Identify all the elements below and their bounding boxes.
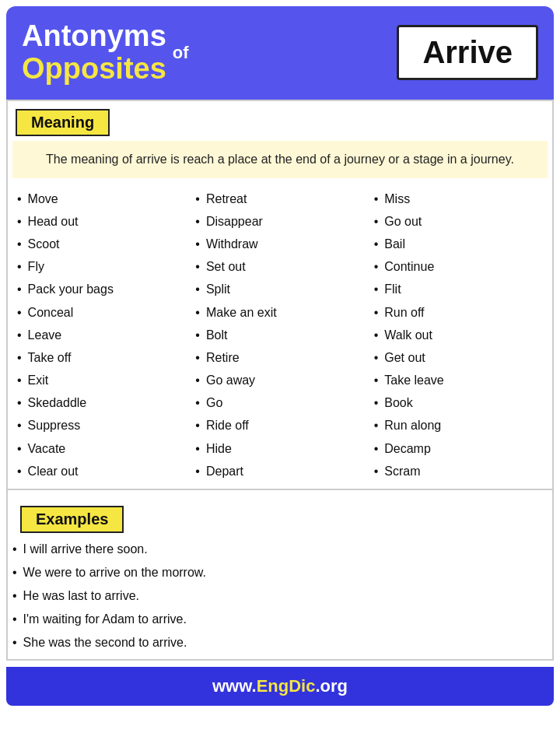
bullet-icon: •: [17, 190, 22, 208]
bullet-icon: •: [195, 190, 200, 208]
examples-list: •I will arrive there soon.•We were to ar…: [12, 538, 548, 654]
word-text: Set out: [206, 258, 246, 275]
meaning-section: Meaning The meaning of arrive is reach a…: [8, 101, 552, 178]
header-left: Antonyms Opposites: [22, 20, 166, 86]
list-item: •Disappear: [195, 210, 364, 233]
word-text: Take off: [28, 349, 72, 366]
bullet-icon: •: [12, 610, 17, 629]
list-item: •Vacate: [17, 437, 186, 460]
list-item: •Go: [195, 391, 364, 414]
word-text: Ride off: [206, 416, 249, 434]
bullet-icon: •: [17, 212, 22, 230]
list-item: •Scram: [374, 460, 543, 482]
bullet-icon: •: [195, 280, 200, 298]
bullet-icon: •: [17, 280, 22, 298]
word-text: Move: [28, 190, 58, 208]
examples-label: Examples: [20, 506, 124, 533]
words-column-3: •Miss•Go out•Bail•Continue•Flit•Run off•…: [369, 186, 548, 484]
bullet-icon: •: [374, 258, 379, 275]
example-text: We were to arrive on the morrow.: [23, 563, 206, 582]
header-of: of: [173, 43, 189, 63]
word-text: Suppress: [28, 416, 81, 434]
word-text: Depart: [206, 462, 243, 480]
word-text: Get out: [384, 349, 425, 366]
list-item: •Head out: [17, 210, 186, 233]
word-text: Leave: [28, 326, 62, 344]
list-item: •I'm waiting for Adam to arrive.: [12, 608, 548, 631]
word-text: Bail: [384, 235, 405, 253]
list-item: •Clear out: [17, 460, 186, 482]
list-item: •Bolt: [195, 324, 364, 346]
word-text: Miss: [384, 190, 410, 208]
list-item: •Bail: [374, 233, 543, 255]
bullet-icon: •: [17, 303, 22, 321]
word-text: Walk out: [384, 326, 432, 344]
list-item: •Get out: [374, 346, 543, 369]
header: Antonyms Opposites of Arrive: [6, 6, 554, 100]
list-item: •Pack your bags: [17, 278, 186, 300]
list-item: •Go out: [374, 210, 543, 233]
list-item: •Flit: [374, 278, 543, 300]
word-text: Go away: [206, 371, 255, 389]
list-item: •Run off: [374, 301, 543, 324]
word-text: Go: [206, 394, 222, 412]
bullet-icon: •: [17, 462, 22, 480]
word-text: Scoot: [28, 235, 60, 253]
bullet-icon: •: [195, 394, 200, 412]
bullet-icon: •: [12, 540, 17, 559]
list-item: •Take off: [17, 346, 186, 369]
bullet-icon: •: [374, 440, 379, 458]
word-text: Flit: [384, 280, 401, 298]
list-item: •Walk out: [374, 324, 543, 346]
bullet-icon: •: [195, 416, 200, 434]
word-text: Disappear: [206, 212, 263, 230]
list-item: •Ride off: [195, 414, 364, 437]
list-item: •Take leave: [374, 369, 543, 391]
bullet-icon: •: [17, 371, 22, 389]
word-text: Scram: [384, 462, 420, 480]
bullet-icon: •: [374, 371, 379, 389]
list-item: •Hide: [195, 437, 364, 460]
bullet-icon: •: [17, 258, 22, 275]
examples-section: Examples •I will arrive there soon.•We w…: [12, 498, 548, 654]
meaning-label: Meaning: [16, 109, 110, 136]
list-item: •Continue: [374, 255, 543, 278]
bullet-icon: •: [374, 235, 379, 253]
footer-org: .org: [315, 676, 348, 696]
list-item: •Miss: [374, 188, 543, 210]
bullet-icon: •: [195, 258, 200, 275]
word-text: Retire: [206, 349, 240, 366]
bullet-icon: •: [17, 326, 22, 344]
bullet-icon: •: [195, 349, 200, 366]
list-item: •Go away: [195, 369, 364, 391]
word-text: Bolt: [206, 326, 228, 344]
bullet-icon: •: [195, 326, 200, 344]
bullet-icon: •: [195, 212, 200, 230]
bullet-icon: •: [195, 462, 200, 480]
word-text: Pack your bags: [28, 280, 114, 298]
content-area: Meaning The meaning of arrive is reach a…: [6, 100, 554, 661]
header-word-box: Arrive: [397, 25, 538, 80]
list-item: •Decamp: [374, 437, 543, 460]
example-text: He was last to arrive.: [23, 587, 139, 605]
word-text: Split: [206, 280, 230, 298]
word-text: Take leave: [384, 371, 444, 389]
list-item: •Skedaddle: [17, 391, 186, 414]
bullet-icon: •: [374, 326, 379, 344]
bullet-icon: •: [195, 440, 200, 458]
bullet-icon: •: [17, 394, 22, 412]
footer: www.EngDic.org: [6, 667, 554, 706]
list-item: •Leave: [17, 324, 186, 346]
word-text: Vacate: [28, 440, 66, 458]
example-text: She was the second to arrive.: [23, 633, 187, 652]
word-text: Conceal: [28, 303, 74, 321]
header-opposites: Opposites: [22, 53, 166, 86]
bullet-icon: •: [12, 633, 17, 652]
bullet-icon: •: [195, 303, 200, 321]
bullet-icon: •: [12, 563, 17, 582]
word-text: Continue: [384, 258, 434, 275]
list-item: •Retreat: [195, 188, 364, 210]
bullet-icon: •: [374, 416, 379, 434]
list-item: •She was the second to arrive.: [12, 631, 548, 654]
meaning-text: The meaning of arrive is reach a place a…: [12, 141, 548, 178]
